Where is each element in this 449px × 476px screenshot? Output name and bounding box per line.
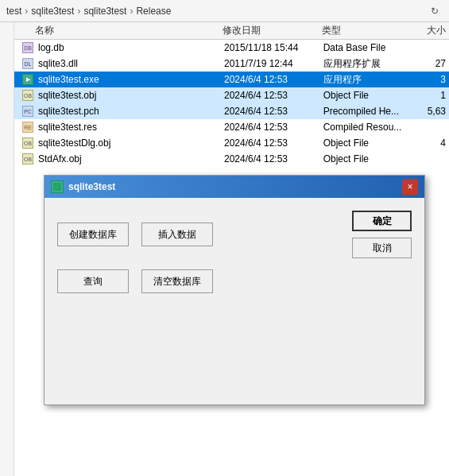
dialog-row-2: 查询 清空数据库 (57, 269, 412, 293)
clear-db-button[interactable]: 清空数据库 (141, 269, 213, 293)
dialog-window: sqlite3test × 创建数据库 插入数据 确定 取消 查询 清空数据库 (44, 175, 425, 405)
confirm-button[interactable]: 确定 (352, 211, 412, 231)
dialog-title-text: sqlite3test (68, 181, 402, 192)
insert-data-button[interactable]: 插入数据 (141, 223, 213, 246)
dialog-titlebar[interactable]: sqlite3test × (45, 176, 424, 198)
dialog-action-area-2: 查询 清空数据库 (57, 269, 412, 293)
dialog-body: 创建数据库 插入数据 确定 取消 查询 清空数据库 (45, 198, 424, 404)
dialog-row-1: 创建数据库 插入数据 确定 取消 (57, 211, 412, 258)
dialog-close-button[interactable]: × (402, 179, 418, 195)
svg-rect-0 (54, 184, 60, 190)
cancel-button[interactable]: 取消 (352, 238, 412, 258)
dialog-action-area-1: 创建数据库 插入数据 (57, 223, 339, 246)
dialog-confirm-area: 确定 取消 (352, 211, 412, 258)
query-button[interactable]: 查询 (57, 269, 129, 293)
create-db-button[interactable]: 创建数据库 (57, 223, 129, 246)
dialog-overlay: sqlite3test × 创建数据库 插入数据 确定 取消 查询 清空数据库 (0, 0, 449, 476)
dialog-title-icon (51, 180, 64, 193)
